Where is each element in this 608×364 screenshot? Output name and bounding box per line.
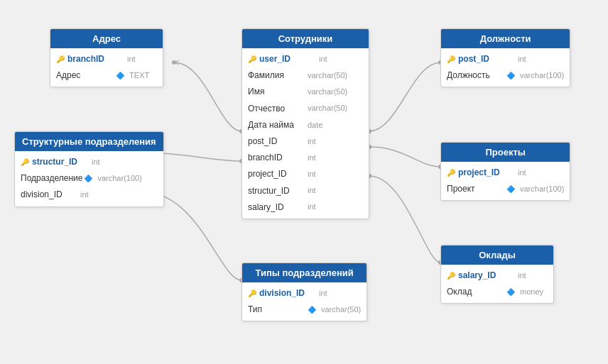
type-icon: 🔷 bbox=[84, 173, 92, 184]
field-type: varchar(50) bbox=[308, 70, 347, 82]
type-icon: 🔷 bbox=[506, 70, 515, 82]
svg-line-0 bbox=[174, 60, 179, 62]
key-icon: 🔑 bbox=[21, 157, 29, 168]
field-type: TEXT bbox=[129, 70, 149, 82]
key-icon: 🔑 bbox=[56, 54, 65, 65]
table-sotrudniki: Сотрудники 🔑 user_ID int Фамилия varchar… bbox=[241, 28, 369, 219]
table-tipy-header: Типы подразделений bbox=[242, 263, 367, 282]
type-icon: 🔷 bbox=[506, 287, 515, 298]
table-adres-header: Адрес bbox=[50, 29, 163, 48]
table-row: Тип 🔷 varchar(50) bbox=[242, 302, 367, 318]
table-sotrudniki-header: Сотрудники bbox=[242, 29, 369, 48]
field-type: int bbox=[518, 167, 526, 180]
type-icon: 🔷 bbox=[308, 304, 316, 316]
table-row: 🔑 user_ID int bbox=[242, 51, 369, 67]
key-icon: 🔑 bbox=[447, 270, 455, 282]
field-name: user_ID bbox=[259, 53, 316, 66]
table-strukturnye: Структурные подразделения 🔑 structur_ID … bbox=[14, 131, 164, 207]
table-dolzhnosti-header: Должности bbox=[441, 29, 570, 48]
field-type: int bbox=[92, 156, 100, 169]
table-tipy: Типы подразделений 🔑 division_ID int Тип… bbox=[241, 263, 367, 321]
field-type: varchar(100) bbox=[520, 70, 564, 82]
table-row: post_ID int bbox=[242, 133, 369, 150]
field-name: Подразделение bbox=[21, 172, 82, 185]
table-row: Оклад 🔷 money bbox=[441, 284, 553, 300]
field-type: money bbox=[520, 286, 543, 299]
type-icon: 🔷 bbox=[506, 184, 515, 195]
field-name: post_ID bbox=[458, 53, 515, 66]
table-row: project_ID int bbox=[242, 166, 369, 182]
key-icon: 🔑 bbox=[248, 288, 256, 299]
table-row: salary_ID int bbox=[242, 199, 369, 216]
field-name: branchID bbox=[248, 151, 305, 165]
field-name: division_ID bbox=[259, 287, 316, 300]
table-adres-body: 🔑 branchID int Адрес 🔷 TEXT bbox=[50, 48, 163, 87]
table-row: 🔑 post_ID int bbox=[441, 51, 570, 67]
key-icon: 🔑 bbox=[447, 54, 455, 65]
field-type: varchar(50) bbox=[308, 102, 347, 115]
table-row: Адрес 🔷 TEXT bbox=[50, 67, 163, 84]
table-adres: Адрес 🔑 branchID int Адрес 🔷 TEXT bbox=[50, 28, 163, 87]
table-row: branchID int bbox=[242, 150, 369, 166]
table-row: 🔑 branchID int bbox=[50, 51, 163, 67]
field-name: Адрес bbox=[56, 69, 113, 82]
table-row: Имя varchar(50) bbox=[242, 84, 369, 100]
field-name: division_ID bbox=[21, 188, 77, 202]
diagram-canvas: Адрес 🔑 branchID int Адрес 🔷 TEXT Сотруд… bbox=[0, 0, 608, 364]
field-name: structur_ID bbox=[32, 155, 89, 169]
field-type: varchar(100) bbox=[520, 183, 564, 196]
field-type: int bbox=[308, 152, 316, 165]
table-row: Должность 🔷 varchar(100) bbox=[441, 67, 570, 84]
field-name: Дата найма bbox=[248, 118, 305, 132]
field-name: Проект bbox=[447, 182, 504, 196]
field-type: int bbox=[308, 168, 316, 181]
table-strukturnye-body: 🔑 structur_ID int Подразделение 🔷 varcha… bbox=[15, 151, 163, 206]
table-strukturnye-header: Структурные подразделения bbox=[15, 132, 163, 151]
field-type: int bbox=[518, 270, 526, 282]
field-type: varchar(50) bbox=[308, 86, 347, 99]
field-type: int bbox=[127, 53, 136, 66]
field-type: int bbox=[518, 53, 526, 66]
table-row: 🔑 salary_ID int bbox=[441, 268, 553, 284]
field-type: int bbox=[308, 201, 316, 214]
table-row: 🔑 division_ID int bbox=[242, 285, 367, 302]
field-name: Отчество bbox=[248, 102, 305, 116]
table-oklady-header: Оклады bbox=[441, 246, 553, 265]
table-row: structur_ID int bbox=[242, 183, 369, 199]
table-sotrudniki-body: 🔑 user_ID int Фамилия varchar(50) Имя va… bbox=[242, 48, 369, 219]
svg-point-3 bbox=[172, 60, 176, 65]
type-icon: 🔷 bbox=[116, 70, 124, 82]
table-oklady: Оклады 🔑 salary_ID int Оклад 🔷 money bbox=[440, 245, 554, 304]
field-name: branchID bbox=[67, 53, 124, 66]
field-name: Оклад bbox=[447, 285, 504, 299]
svg-line-1 bbox=[174, 62, 179, 65]
table-dolzhnosti: Должности 🔑 post_ID int Должность 🔷 varc… bbox=[440, 28, 570, 87]
field-name: salary_ID bbox=[458, 269, 515, 282]
field-name: Имя bbox=[248, 85, 305, 99]
field-name: Должность bbox=[447, 69, 504, 82]
table-row: Дата найма date bbox=[242, 117, 369, 133]
field-type: int bbox=[319, 287, 327, 300]
table-proekty: Проекты 🔑 project_ID int Проект 🔷 varcha… bbox=[440, 142, 570, 201]
field-type: varchar(50) bbox=[321, 304, 361, 316]
field-name: post_ID bbox=[248, 135, 305, 148]
field-name: Тип bbox=[248, 303, 305, 316]
table-tipy-body: 🔑 division_ID int Тип 🔷 varchar(50) bbox=[242, 282, 367, 321]
field-name: project_ID bbox=[248, 167, 305, 181]
table-proekty-body: 🔑 project_ID int Проект 🔷 varchar(100) bbox=[441, 162, 570, 200]
table-row: Фамилия varchar(50) bbox=[242, 67, 369, 84]
field-name: Фамилия bbox=[248, 69, 305, 82]
field-type: int bbox=[319, 53, 327, 66]
field-name: structur_ID bbox=[248, 184, 305, 198]
table-row: 🔑 structur_ID int bbox=[15, 154, 163, 170]
field-type: int bbox=[308, 184, 316, 197]
field-name: salary_ID bbox=[248, 201, 305, 214]
table-row: Подразделение 🔷 varchar(100) bbox=[15, 170, 163, 187]
field-type: varchar(100) bbox=[97, 172, 141, 185]
table-row: division_ID int bbox=[15, 187, 163, 203]
field-type: int bbox=[308, 136, 316, 148]
field-type: int bbox=[80, 189, 89, 202]
key-icon: 🔑 bbox=[248, 54, 256, 65]
key-icon: 🔑 bbox=[447, 167, 455, 179]
table-dolzhnosti-body: 🔑 post_ID int Должность 🔷 varchar(100) bbox=[441, 48, 570, 87]
